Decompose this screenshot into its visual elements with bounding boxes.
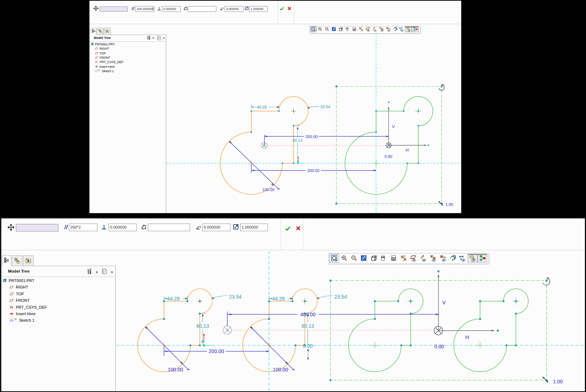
svg-text:AB: AB: [346, 27, 349, 30]
svg-text:V: V: [442, 299, 446, 305]
svg-text:44.28: 44.28: [257, 105, 267, 109]
svg-text:1.00: 1.00: [553, 379, 563, 384]
svg-text:1.00: 1.00: [445, 202, 453, 207]
svg-text:44.28: 44.28: [272, 296, 285, 301]
svg-text:23.54: 23.54: [334, 294, 347, 300]
svg-text:60.13: 60.13: [197, 323, 209, 329]
svg-text:23.54: 23.54: [320, 105, 330, 109]
svg-text:200.00: 200.00: [307, 168, 320, 173]
svg-text:100.00: 100.00: [262, 188, 274, 192]
svg-text:100.00: 100.00: [273, 367, 288, 373]
svg-text:V: V: [392, 124, 395, 129]
svg-text:200.00: 200.00: [305, 135, 318, 139]
svg-text:60.13: 60.13: [301, 323, 314, 329]
svg-text:0.00: 0.00: [303, 343, 313, 349]
svg-text:44.28: 44.28: [167, 296, 180, 301]
svg-text:60.13: 60.13: [292, 138, 303, 142]
svg-text:23.54: 23.54: [229, 294, 242, 300]
svg-text:AB: AB: [381, 256, 385, 259]
svg-text:0.00: 0.00: [384, 154, 392, 159]
svg-text:H: H: [465, 334, 469, 340]
svg-text:H: H: [406, 148, 409, 152]
svg-text:0.00: 0.00: [434, 344, 444, 349]
svg-text:200.00: 200.00: [209, 348, 224, 354]
svg-text:100.00: 100.00: [168, 367, 183, 373]
